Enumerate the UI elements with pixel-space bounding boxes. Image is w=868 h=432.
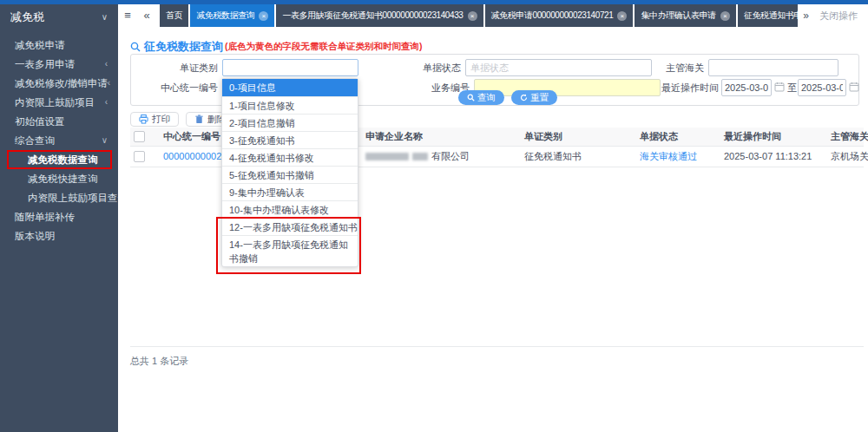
search-icon xyxy=(467,94,475,101)
sidebar-menu: 减免税申请 一表多用申请‹ 减免税修改/撤销申请‹ 内资限上鼓励项目‹ 初始值设… xyxy=(0,30,118,245)
col-customs: 主管海关 xyxy=(827,128,864,146)
center-no-label: 中心统一编号 xyxy=(131,79,218,96)
sidebar-item-kuaijie-chaxun[interactable]: 减免税快捷查询 xyxy=(0,169,118,188)
sidebar-item-suifu-danju[interactable]: 随附单据补传 xyxy=(0,207,118,226)
reset-icon xyxy=(520,94,528,101)
sidebar-item-xiugai-chexiao[interactable]: 减免税修改/撤销申请‹ xyxy=(0,74,118,93)
op-time-cell: 2025-03-07 11:13:21 xyxy=(720,146,827,167)
main-area: ≡ « 首页 减免税数据查询× 一表多用缺项征免税通知书000000000023… xyxy=(118,4,868,432)
dropdown-option-12[interactable]: 12-一表多用缺项征免税通知书 xyxy=(222,218,358,235)
tabs-strip: 首页 减免税数据查询× 一表多用缺项征免税通知书0000000000231404… xyxy=(160,4,798,27)
select-all-checkbox[interactable] xyxy=(134,131,145,142)
trash-icon xyxy=(194,115,204,124)
search-button[interactable]: 查询 xyxy=(458,90,504,105)
doc-status-input[interactable] xyxy=(465,59,652,76)
calendar-icon[interactable] xyxy=(849,82,859,92)
chevron-left-icon: ‹ xyxy=(108,74,110,93)
date-separator: 至 xyxy=(787,79,797,96)
sidebar-item-yibiaoduoyong-shenqing[interactable]: 一表多用申请‹ xyxy=(0,55,118,74)
sidebar-item-guli-xiangmu-chaxun[interactable]: 内资限上鼓励项目查询 xyxy=(0,188,118,207)
doc-type-dropdown: 0-项目信息 1-项目信息修改 2-项目信息撤销 3-征免税通知书 4-征免税通… xyxy=(221,78,358,267)
sidebar-item-chushizhi-shezhi[interactable]: 初始值设置 xyxy=(0,112,118,131)
sidebar-title-label: 减免税 xyxy=(10,4,44,30)
sidebar-item-jianmianshui-shenqing[interactable]: 减免税申请 xyxy=(0,36,118,55)
calendar-icon[interactable] xyxy=(774,82,785,92)
print-button[interactable]: 打印 xyxy=(130,112,179,127)
form-buttons: 查询 重置 xyxy=(458,90,557,105)
dropdown-option-10[interactable]: 10-集中办理确认表修改 xyxy=(222,200,358,218)
sidebar-item-neizi-xianshang[interactable]: 内资限上鼓励项目‹ xyxy=(0,93,118,112)
tab-data-query[interactable]: 减免税数据查询× xyxy=(190,4,274,27)
date-to-input[interactable] xyxy=(798,79,846,96)
doc-type-select[interactable] xyxy=(222,59,358,76)
dropdown-option-1[interactable]: 1-项目信息修改 xyxy=(222,96,358,114)
row-checkbox[interactable] xyxy=(134,151,145,162)
dropdown-option-9[interactable]: 9-集中办理确认表 xyxy=(222,183,358,200)
col-company: 申请企业名称 xyxy=(362,128,521,146)
page-title-row: 征免税数据查询 (底色为黄色的字段无需联合单证类别和时间查询) xyxy=(130,39,423,55)
tab-confirm-form[interactable]: 集中办理确认表申请× xyxy=(635,4,735,27)
doc-status-label: 单据状态 xyxy=(391,59,461,76)
tab-notice-433[interactable]: 一表多用缺项征免税通知书000000000023140433× xyxy=(276,4,483,27)
doc-type-label: 单证类别 xyxy=(131,59,218,76)
sidebar: 减免税 ∨ 减免税申请 一表多用申请‹ 减免税修改/撤销申请‹ 内资限上鼓励项目… xyxy=(0,4,118,432)
app-window: 减免税 ∨ 减免税申请 一表多用申请‹ 减免税修改/撤销申请‹ 内资限上鼓励项目… xyxy=(0,0,868,432)
customs-cell: 京机场关 xyxy=(827,146,864,167)
col-status: 单据状态 xyxy=(636,128,720,146)
chevron-left-icon: ‹ xyxy=(105,55,108,74)
chevron-down-icon: ∨ xyxy=(102,131,108,150)
overflow-tabs-right-icon[interactable]: » xyxy=(798,4,814,27)
dropdown-option-14[interactable]: 14-一表多用缺项征免税通知书撤销 xyxy=(222,235,358,266)
record-count: 总共 1 条记录 xyxy=(130,355,188,368)
sidebar-title[interactable]: 减免税 ∨ xyxy=(0,4,118,30)
dropdown-option-0[interactable]: 0-项目信息 xyxy=(222,79,358,96)
chevron-down-icon: ∨ xyxy=(102,4,108,30)
date-from-input[interactable] xyxy=(721,79,772,96)
sidebar-item-zonghe-chaxun[interactable]: 综合查询∨ xyxy=(0,131,118,150)
close-tab-icon[interactable]: × xyxy=(617,11,627,21)
dropdown-option-5[interactable]: 5-征免税通知书撤销 xyxy=(222,166,358,183)
close-operations-menu[interactable]: 关闭操作 xyxy=(814,4,868,27)
tab-apply-721[interactable]: 减免税申请000000000023140721× xyxy=(485,4,634,27)
chevron-left-icon: ‹ xyxy=(105,93,108,112)
customs-input[interactable] xyxy=(708,59,838,76)
search-icon xyxy=(130,42,141,52)
page-title-note: (底色为黄色的字段无需联合单证类别和时间查询) xyxy=(225,41,423,53)
redacted-text xyxy=(365,153,409,160)
grid-toolbar: 打印 删除 xyxy=(130,112,234,127)
collapse-tabs-left-icon[interactable]: « xyxy=(137,4,156,27)
dropdown-option-4[interactable]: 4-征免税通知书修改 xyxy=(222,148,358,166)
page-title: 征免税数据查询 xyxy=(144,39,223,55)
redacted-text xyxy=(412,153,428,160)
tab-home[interactable]: 首页 xyxy=(160,4,188,27)
printer-icon xyxy=(139,115,148,124)
status-link[interactable]: 海关审核通过 xyxy=(640,151,697,161)
sidebar-item-shuju-chaxun[interactable]: 减免税数据查询 xyxy=(0,150,118,169)
close-tab-icon[interactable]: × xyxy=(468,11,477,21)
dropdown-option-3[interactable]: 3-征免税通知书 xyxy=(222,131,358,148)
tab-notice-apply[interactable]: 征免税通知书申请× xyxy=(738,4,798,27)
reset-button[interactable]: 重置 xyxy=(511,90,557,105)
tab-bar: ≡ « 首页 减免税数据查询× 一表多用缺项征免税通知书000000000023… xyxy=(118,4,868,27)
dropdown-option-2[interactable]: 2-项目信息撤销 xyxy=(222,114,358,131)
close-tab-icon[interactable]: × xyxy=(259,11,268,21)
customs-label: 主管海关 xyxy=(643,59,704,76)
grid-bottom-divider xyxy=(130,346,864,347)
col-op-time: 最近操作时间 xyxy=(720,128,827,146)
company-cell: 有限公司 xyxy=(362,146,521,167)
op-time-label: 最近操作时间 xyxy=(650,79,719,96)
doc-type-cell: 征免税通知书 xyxy=(521,146,636,167)
hamburger-icon[interactable]: ≡ xyxy=(118,4,137,27)
close-tab-icon[interactable]: × xyxy=(720,11,730,21)
sidebar-item-banben-shuoming[interactable]: 版本说明 xyxy=(0,226,118,245)
col-doc-type: 单证类别 xyxy=(521,128,636,146)
